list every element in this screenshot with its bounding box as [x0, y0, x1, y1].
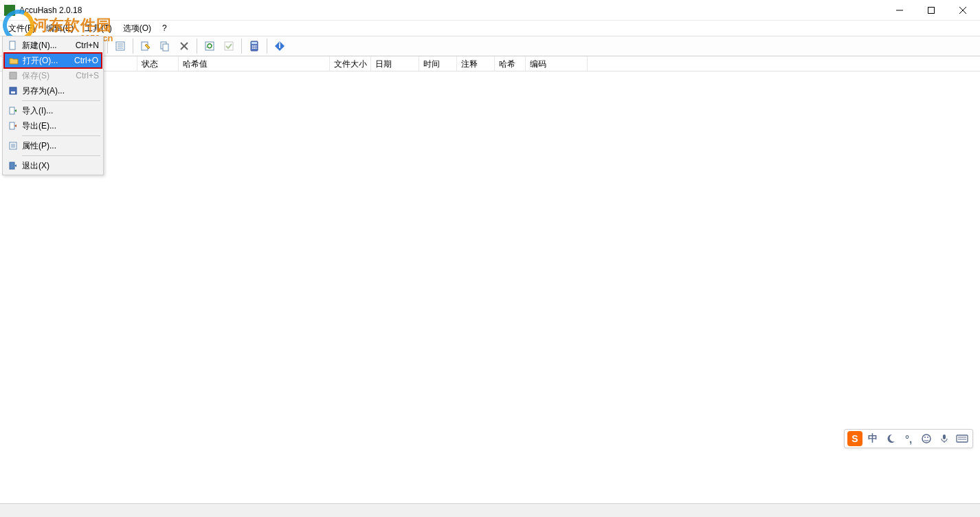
col-status[interactable]: 状态: [137, 56, 179, 71]
ime-logo-icon[interactable]: S: [847, 431, 862, 446]
menu-item-label: 另存为(A)...: [22, 85, 99, 97]
svg-rect-17: [163, 44, 168, 51]
menu-item-label: 退出(X): [22, 160, 99, 172]
toolbar-edit-button[interactable]: [137, 37, 155, 55]
new-file-icon: [7, 40, 19, 51]
menu-item-properties[interactable]: 属性(P)...: [4, 138, 102, 153]
svg-point-30: [256, 47, 257, 49]
toolbar-properties-button[interactable]: [111, 37, 129, 55]
window-title: AccuHash 2.0.18: [19, 6, 82, 15]
maximize-button[interactable]: [915, 0, 947, 21]
svg-rect-49: [957, 435, 968, 442]
app-icon: [4, 5, 15, 16]
menu-item-label: 导入(I)...: [22, 105, 99, 117]
toolbar-refresh-button[interactable]: [201, 37, 219, 55]
import-icon: [7, 105, 19, 116]
menu-item-label: 属性(P)...: [22, 140, 99, 152]
menu-item-label: 新建(N)...: [22, 40, 70, 52]
menu-separator: [22, 135, 100, 136]
file-menu-dropdown: 新建(N)... Ctrl+N 打开(O)... Ctrl+O 保存(S) Ct…: [2, 36, 104, 175]
menu-item-save: 保存(S) Ctrl+S: [4, 68, 102, 83]
svg-rect-20: [205, 42, 214, 50]
open-folder-icon: [8, 55, 20, 66]
toolbar-separator: [267, 38, 267, 54]
menu-item-label: 保存(S): [22, 70, 70, 82]
menu-item-saveas[interactable]: 另存为(A)...: [4, 83, 102, 98]
svg-point-45: [924, 437, 926, 438]
svg-point-44: [922, 434, 931, 443]
menu-help[interactable]: ?: [157, 22, 172, 34]
column-headers: 文件 状态 哈希值 文件大小 日期 时间 注释 哈希 编码: [0, 56, 980, 72]
col-encoding[interactable]: 编码: [526, 56, 588, 71]
file-list[interactable]: [0, 72, 980, 503]
toolbar-check-button[interactable]: [220, 37, 238, 55]
menubar: 文件(F) 编辑(E) 工具(T) 选项(O) ?: [0, 21, 980, 36]
titlebar: AccuHash 2.0.18: [0, 0, 980, 21]
ime-toolbar[interactable]: S 中 °,: [844, 429, 973, 448]
export-icon: [7, 120, 19, 131]
svg-point-26: [254, 45, 255, 47]
toolbar-about-button[interactable]: i: [271, 37, 289, 55]
saveas-icon: [7, 85, 19, 96]
menu-item-accel: Ctrl+S: [76, 71, 99, 80]
ime-lang-toggle[interactable]: 中: [865, 431, 880, 446]
ime-mic-icon[interactable]: [937, 431, 952, 446]
minimize-button[interactable]: [884, 0, 915, 21]
svg-text:i: i: [278, 41, 280, 50]
menu-item-accel: Ctrl+O: [74, 56, 98, 65]
svg-rect-22: [225, 42, 233, 50]
menu-item-label: 导出(E)...: [22, 120, 99, 132]
menu-item-accel: Ctrl+N: [76, 41, 99, 50]
toolbar-delete-button[interactable]: [175, 37, 193, 55]
toolbar-calc-button[interactable]: [245, 37, 263, 55]
toolbar-separator: [107, 38, 108, 54]
svg-rect-38: [10, 122, 14, 129]
menu-item-new[interactable]: 新建(N)... Ctrl+N: [4, 38, 102, 53]
svg-rect-36: [11, 91, 15, 94]
menu-item-open[interactable]: 打开(O)... Ctrl+O: [3, 52, 102, 69]
save-icon: [7, 70, 19, 81]
close-button[interactable]: [947, 0, 979, 21]
svg-rect-43: [10, 162, 14, 169]
svg-point-29: [254, 47, 255, 49]
svg-point-28: [252, 47, 254, 49]
statusbar: [0, 503, 980, 517]
toolbar-separator: [241, 38, 242, 54]
properties-icon: [7, 140, 19, 151]
menu-item-import[interactable]: 导入(I)...: [4, 103, 102, 118]
ime-moon-icon[interactable]: [883, 431, 898, 446]
svg-rect-1: [928, 7, 935, 13]
col-date[interactable]: 日期: [371, 56, 419, 71]
menu-item-export[interactable]: 导出(E)...: [4, 118, 102, 133]
menu-edit[interactable]: 编辑(E): [41, 21, 79, 36]
menu-separator: [22, 100, 100, 101]
exit-icon: [7, 160, 19, 171]
svg-rect-34: [10, 72, 16, 79]
svg-point-25: [252, 45, 254, 47]
svg-rect-24: [252, 42, 257, 44]
svg-point-46: [927, 437, 928, 438]
col-time[interactable]: 时间: [419, 56, 457, 71]
toolbar: i: [0, 36, 980, 56]
svg-rect-37: [10, 107, 14, 114]
col-filesize[interactable]: 文件大小: [330, 56, 371, 71]
menu-file[interactable]: 文件(F): [3, 21, 41, 36]
menu-separator: [22, 155, 100, 156]
menu-option[interactable]: 选项(O): [118, 21, 157, 36]
col-hash[interactable]: 哈希: [495, 56, 526, 71]
menu-item-label: 打开(O)...: [23, 55, 69, 67]
col-hashval[interactable]: 哈希值: [179, 56, 330, 71]
ime-keyboard-icon[interactable]: [955, 431, 970, 446]
toolbar-separator: [133, 38, 133, 54]
toolbar-separator: [197, 38, 197, 54]
svg-rect-33: [10, 41, 15, 50]
menu-item-exit[interactable]: 退出(X): [4, 158, 102, 173]
ime-emoji-icon[interactable]: [919, 431, 934, 446]
toolbar-copy-button[interactable]: [156, 37, 174, 55]
svg-rect-47: [943, 434, 946, 439]
menu-tool[interactable]: 工具(T): [79, 21, 117, 36]
ime-punct-icon[interactable]: °,: [901, 431, 916, 446]
svg-point-27: [256, 45, 257, 47]
col-comment[interactable]: 注释: [457, 56, 495, 71]
